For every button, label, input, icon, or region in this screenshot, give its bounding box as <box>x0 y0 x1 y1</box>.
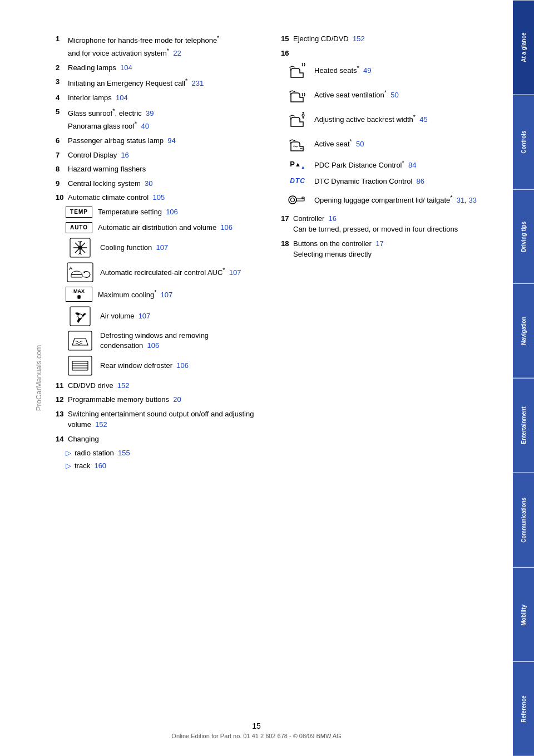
seat-section: Heated seats* 49 <box>286 61 490 208</box>
svg-rect-16 <box>68 331 92 350</box>
auc-icon: A <box>66 262 95 282</box>
sidebar-tab-driving-tips[interactable]: Driving tips <box>513 189 534 284</box>
list-item: 10 Automatic climate control 105 <box>56 192 264 203</box>
sidebar-tab-reference[interactable]: Reference <box>513 661 534 756</box>
seat-item: Active seat* 50 <box>286 134 490 153</box>
active-seat-icon <box>286 134 309 153</box>
sidebar-tab-communications[interactable]: Communications <box>513 473 534 567</box>
list-subitem: ▷ radio station 155 <box>66 448 264 459</box>
rear-defroster-icon <box>66 356 95 376</box>
svg-rect-30 <box>302 197 304 199</box>
sidebar-tab-controls[interactable]: Controls <box>513 95 534 189</box>
page-number: 15 <box>0 721 513 730</box>
list-item: 11 CD/DVD drive 152 <box>56 380 264 391</box>
list-item: 17 Controller 16 Can be turned, pressed,… <box>281 213 490 235</box>
list-item: 1 Microphone for hands-free mode for tel… <box>56 33 264 59</box>
svg-marker-24 <box>302 112 304 113</box>
dtc-icon: DTC <box>286 176 309 186</box>
list-item: 12 Programmable memory buttons 20 <box>56 394 264 405</box>
svg-point-22 <box>302 114 304 116</box>
auto-icon: AUTO <box>66 222 92 233</box>
list-item: 13 Switching entertainment sound output … <box>56 409 264 430</box>
seat-item: Opening luggage compartment lid/ tailgat… <box>286 192 490 208</box>
climate-item: AUTO Automatic air distribution and volu… <box>66 222 264 233</box>
list-item: 5 Glass sunroof*, electric 39 Panorama g… <box>56 106 264 132</box>
list-item: 7 Control Display 16 <box>56 150 264 161</box>
list-item: 4 Interior lamps 104 <box>56 92 264 104</box>
svg-rect-14 <box>70 307 90 326</box>
climate-item: TEMP Temperature setting 106 <box>66 207 264 218</box>
seat-vent-icon <box>286 85 309 104</box>
list-item: 16 <box>281 48 490 59</box>
pdc-icon: P▲▲ <box>286 159 309 170</box>
list-item: 15 Ejecting CD/DVD 152 <box>281 33 490 45</box>
climate-item: A Automatic recirculated-air control AUC… <box>66 262 264 282</box>
climate-item: Air volume 107 <box>66 306 264 326</box>
svg-rect-29 <box>296 199 304 201</box>
climate-item: Defrosting windows and removing condensa… <box>66 331 264 351</box>
climate-item: MAX◉ Maximum cooling* 107 <box>66 287 264 302</box>
left-column: 1 Microphone for hands-free mode for tel… <box>56 33 264 473</box>
seat-item: Heated seats* 49 <box>286 61 490 80</box>
luggage-icon <box>286 192 309 208</box>
list-item: 6 Passenger airbag status lamp 94 <box>56 135 264 146</box>
sidebar-tab-mobility[interactable]: Mobility <box>513 567 534 662</box>
defrost-icon <box>66 331 95 351</box>
sidebar: At a glance Controls Driving tips Naviga… <box>513 0 534 756</box>
seat-item: DTC DTC Dynamic Traction Control 86 <box>286 176 490 186</box>
sidebar-tab-at-a-glance[interactable]: At a glance <box>513 0 534 95</box>
list-item: 9 Central locking system 30 <box>56 178 264 189</box>
svg-text:A: A <box>69 266 72 271</box>
airvolume-icon <box>66 306 95 326</box>
seat-item: Adjusting active backrest width* 45 <box>286 110 490 129</box>
svg-point-28 <box>291 198 295 202</box>
heated-seat-icon <box>286 61 309 80</box>
seat-item: P▲▲ PDC Park Distance Control* 84 <box>286 159 490 171</box>
right-column: 15 Ejecting CD/DVD 152 16 <box>281 33 490 473</box>
list-item: 2 Reading lamps 104 <box>56 62 264 73</box>
list-subitem: ▷ track 160 <box>66 460 264 472</box>
svg-marker-26 <box>302 117 304 119</box>
list-item: 14 Changing <box>56 434 264 445</box>
cooling-icon <box>66 238 95 258</box>
max-icon: MAX◉ <box>66 287 92 302</box>
list-item: 18 Buttons on the controller 17 Selectin… <box>281 238 490 260</box>
list-item: 8 Hazard warning flashers <box>56 164 264 175</box>
svg-point-27 <box>289 196 296 204</box>
svg-marker-13 <box>83 271 85 273</box>
sidebar-tab-entertainment[interactable]: Entertainment <box>513 378 534 473</box>
footer-text: Online Edition for Part no. 01 41 2 602 … <box>0 733 513 739</box>
backrest-icon <box>286 110 309 129</box>
svg-rect-12 <box>71 274 82 277</box>
seat-item: Active seat ventilation* 50 <box>286 85 490 104</box>
climate-item: Cooling function 107 <box>66 238 264 258</box>
temp-icon: TEMP <box>66 207 92 218</box>
list-item: 3 Initiating an Emergency Request call* … <box>56 76 264 89</box>
page-footer: 15 Online Edition for Part no. 01 41 2 6… <box>0 721 513 739</box>
climate-section: TEMP Temperature setting 106 AUTO Automa… <box>66 207 264 376</box>
sidebar-tab-navigation[interactable]: Navigation <box>513 283 534 378</box>
climate-item: Rear window defroster 106 <box>66 356 264 376</box>
